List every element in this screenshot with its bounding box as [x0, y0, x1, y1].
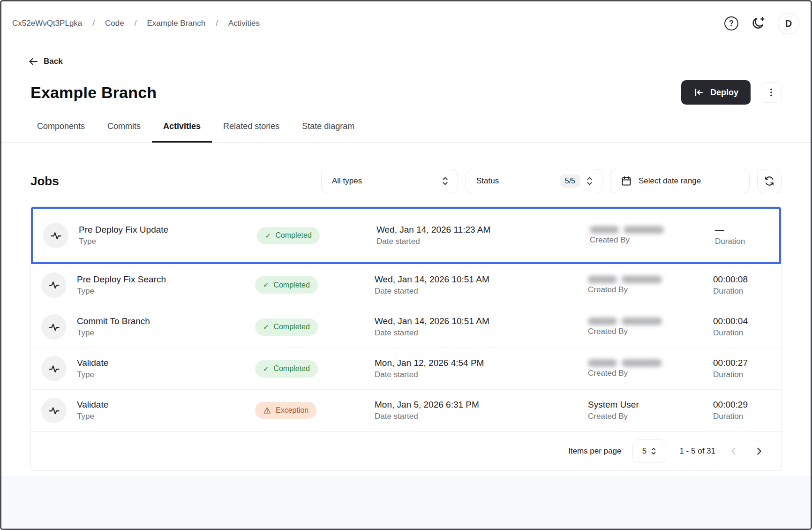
job-date-cell: Wed, Jan 14, 2026 10:51 AM Date started	[375, 316, 588, 338]
status-label: Completed	[273, 323, 309, 331]
breadcrumb-item-code[interactable]: Code	[105, 19, 124, 28]
duration-label: Duration	[713, 412, 770, 421]
arrow-left-icon	[28, 56, 39, 67]
created-by-value: System User	[588, 400, 713, 410]
created-by-label: Created By	[588, 369, 713, 378]
date-started-label: Date started	[375, 287, 588, 296]
status-filter-label: Status	[476, 176, 560, 186]
job-duration-cell: 00:00:29 Duration	[713, 400, 770, 421]
warning-triangle-icon	[263, 406, 271, 415]
status-label: Exception	[276, 406, 308, 415]
redacted-name	[590, 226, 715, 234]
job-name-cell: Commit To Branch Type	[77, 316, 255, 338]
app-window: Cx52eWvQt3PLgka / Code / Example Branch …	[0, 0, 812, 530]
type-filter-select[interactable]: All types	[321, 169, 458, 193]
deploy-button[interactable]: Deploy	[681, 80, 751, 105]
activities-panel: Jobs All types Status 5/5	[1, 169, 811, 471]
help-icon: ?	[724, 16, 738, 30]
created-by-label: Created By	[590, 235, 715, 245]
check-icon: ✓	[263, 280, 269, 289]
job-row[interactable]: Pre Deploy Fix Update Type ✓ Completed W…	[31, 207, 781, 264]
status-label: Completed	[273, 281, 309, 289]
tab-bar: Components Commits Activities Related st…	[1, 121, 811, 143]
job-name-cell: Pre Deploy Fix Search Type	[77, 274, 255, 296]
redacted-name	[588, 359, 713, 367]
next-page-button[interactable]	[752, 444, 766, 458]
tab-related-stories[interactable]: Related stories	[212, 121, 291, 143]
help-button[interactable]: ?	[724, 16, 738, 30]
activity-pulse-icon	[41, 314, 67, 340]
breadcrumb-item-branch[interactable]: Example Branch	[147, 19, 205, 28]
job-name-cell: Validate Type	[77, 358, 255, 379]
duration-value: 00:00:27	[713, 358, 770, 368]
created-by-label: Created By	[588, 412, 713, 421]
status-badge: ✓ Completed	[255, 360, 318, 378]
deploy-to-bar-icon	[693, 87, 705, 98]
back-button[interactable]: Back	[28, 56, 63, 67]
created-by-label: Created By	[588, 327, 713, 336]
items-per-page-value: 5	[642, 447, 647, 456]
job-row[interactable]: Validate Type ✓ Completed Mon, Jan 12, 2…	[31, 348, 781, 389]
job-row[interactable]: Pre Deploy Fix Search Type ✓ Completed W…	[31, 264, 781, 306]
job-duration-cell: 00:00:08 Duration	[713, 274, 770, 296]
top-bar-actions: ? D	[724, 13, 799, 34]
check-icon: ✓	[265, 231, 271, 240]
job-date-cell: Mon, Jan 5, 2026 6:31 PM Date started	[375, 400, 588, 421]
back-row: Back	[28, 56, 811, 69]
date-started-label: Date started	[375, 328, 588, 338]
status-badge: ✓ Completed	[255, 318, 318, 336]
job-date-cell: Wed, Jan 14, 2026 10:51 AM Date started	[375, 274, 588, 296]
date-started-value: Wed, Jan 14, 2026 10:51 AM	[375, 316, 588, 326]
chevron-left-icon	[729, 446, 739, 456]
activity-pulse-icon	[41, 398, 67, 423]
job-date-cell: Wed, Jan 14, 2026 11:23 AM Date started	[376, 225, 590, 246]
job-name-cell: Validate Type	[77, 400, 255, 421]
date-started-label: Date started	[375, 412, 588, 421]
job-created-by-cell: Created By	[588, 359, 713, 378]
more-options-button[interactable]	[761, 82, 782, 103]
tab-commits[interactable]: Commits	[96, 121, 152, 143]
previous-page-button[interactable]	[727, 444, 741, 458]
jobs-header: Jobs All types Status 5/5	[30, 169, 782, 193]
job-duration-cell: — Duration	[715, 225, 768, 246]
tab-state-diagram[interactable]: State diagram	[291, 121, 366, 143]
breadcrumb: Cx52eWvQt3PLgka / Code / Example Branch …	[12, 19, 260, 28]
status-badge: ✓ Completed	[257, 227, 320, 244]
jobs-filters: All types Status 5/5	[321, 169, 782, 193]
chevron-up-down-icon	[441, 176, 449, 186]
job-row[interactable]: Commit To Branch Type ✓ Completed Wed, J…	[31, 306, 781, 348]
breadcrumb-separator: /	[92, 19, 95, 28]
breadcrumb-separator: /	[216, 19, 218, 28]
date-started-value: Wed, Jan 14, 2026 11:23 AM	[376, 225, 590, 235]
date-started-label: Date started	[375, 370, 588, 379]
job-name: Pre Deploy Fix Update	[79, 225, 257, 235]
job-type-label: Type	[77, 328, 255, 338]
avatar[interactable]: D	[778, 13, 799, 34]
date-range-picker[interactable]: Select date range	[610, 169, 750, 193]
refresh-button[interactable]	[757, 169, 782, 193]
created-by-label: Created By	[588, 285, 713, 295]
redacted-name	[588, 318, 713, 325]
theme-toggle-button[interactable]	[751, 16, 766, 31]
status-filter-select[interactable]: Status 5/5	[466, 169, 602, 193]
duration-label: Duration	[713, 287, 770, 296]
job-row[interactable]: Validate Type Exception Mon, Jan 5, 2	[31, 389, 781, 431]
breadcrumb-item-project[interactable]: Cx52eWvQt3PLgka	[12, 19, 82, 28]
chevron-up-down-icon	[586, 176, 594, 186]
duration-value: 00:00:08	[713, 274, 770, 285]
type-filter-value: All types	[332, 176, 362, 186]
job-created-by-cell: Created By	[588, 276, 713, 295]
duration-label: Duration	[713, 328, 770, 338]
items-per-page-select[interactable]: 5	[632, 439, 666, 463]
job-status-cell: ✓ Completed	[255, 276, 375, 294]
tab-components[interactable]: Components	[26, 121, 96, 143]
status-badge: Exception	[255, 402, 316, 419]
refresh-icon	[764, 175, 775, 187]
check-icon: ✓	[263, 364, 269, 373]
page-title: Example Branch	[30, 83, 157, 102]
job-name: Validate	[77, 358, 255, 368]
jobs-heading: Jobs	[30, 174, 59, 189]
tab-activities[interactable]: Activities	[152, 121, 212, 143]
job-type-label: Type	[79, 237, 257, 246]
job-duration-cell: 00:00:27 Duration	[713, 358, 770, 379]
